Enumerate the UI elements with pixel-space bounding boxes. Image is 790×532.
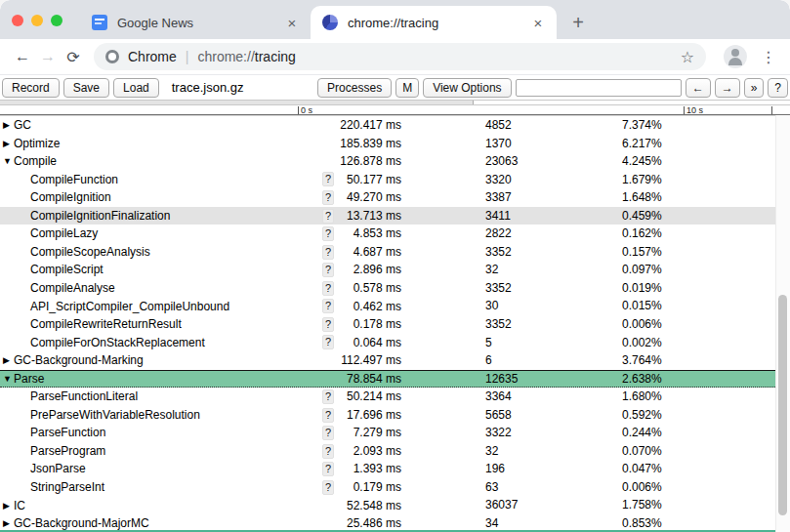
row-time: 50.214 ms [334, 388, 401, 405]
metadata-button[interactable]: M [395, 78, 419, 98]
question-badge-icon[interactable]: ? [322, 245, 334, 260]
search-input[interactable] [516, 79, 682, 97]
row-time: 52.548 ms [334, 497, 401, 514]
minimize-window-button[interactable] [31, 15, 43, 26]
row-percent: 7.374% [622, 116, 775, 135]
tab-close-icon[interactable]: × [529, 15, 547, 31]
table-row[interactable]: StringParseInt ? 0.179 ms 63 0.006% [0, 478, 775, 497]
load-button[interactable]: Load [113, 78, 159, 98]
forward-icon[interactable]: → [35, 48, 61, 65]
question-badge-icon[interactable]: ? [322, 172, 334, 186]
row-time: 49.270 ms [334, 188, 401, 206]
row-name: CompileRewriteReturnResult [30, 315, 182, 333]
table-row[interactable]: CompileIgnition ? 49.270 ms 3387 1.648% [0, 188, 775, 207]
trace-filename: trace.json.gz [172, 80, 244, 95]
row-name: GC-Background-Marking [14, 351, 144, 369]
table-row[interactable]: ▶ Optimize ? 185.839 ms 1370 6.217% [0, 135, 775, 153]
table-row[interactable]: CompileLazy ? 4.853 ms 2822 0.162% [0, 225, 775, 243]
table-row[interactable]: JsonParse ? 1.393 ms 196 0.047% [0, 460, 775, 478]
row-count: 3322 [401, 424, 622, 442]
save-button[interactable]: Save [63, 78, 109, 98]
tab-bar: Google News × chrome://tracing × + [0, 0, 790, 39]
question-badge-icon[interactable]: ? [322, 209, 334, 224]
expand-arrow-icon[interactable]: ▼ [3, 371, 14, 388]
more-button[interactable]: » [744, 78, 765, 98]
row-name-cell: CompileLazy [0, 225, 309, 243]
question-badge-icon[interactable]: ? [322, 408, 334, 423]
table-row[interactable]: ParseFunctionLiteral ? 50.214 ms 3364 1.… [0, 388, 775, 406]
row-count: 32 [401, 442, 622, 461]
row-name-cell: CompileScopeAnalysis [0, 243, 309, 262]
row-name-cell: PreParseWithVariableResolution [0, 406, 309, 425]
table-row[interactable]: CompileAnalyse ? 0.578 ms 3352 0.019% [0, 279, 775, 298]
row-count: 4852 [401, 116, 622, 135]
horizontal-scrollbar-thumb[interactable] [0, 101, 474, 104]
row-count: 196 [401, 460, 622, 478]
row-time: 220.417 ms [334, 116, 401, 134]
question-badge-icon[interactable]: ? [322, 389, 334, 404]
question-badge-icon[interactable]: ? [322, 426, 334, 440]
row-count: 3352 [401, 243, 622, 262]
tab-chrome-tracing[interactable]: chrome://tracing × [311, 6, 557, 39]
expand-arrow-icon[interactable]: ▶ [3, 497, 14, 514]
question-badge-icon[interactable]: ? [322, 226, 334, 241]
record-button[interactable]: Record [2, 78, 60, 98]
horizontal-scrollbar[interactable] [0, 100, 790, 105]
question-badge-icon[interactable]: ? [322, 317, 334, 332]
expand-arrow-icon[interactable]: ▶ [3, 351, 14, 369]
row-time: 0.064 ms [334, 334, 401, 351]
omnibox[interactable]: Chrome | chrome:// tracing ☆ [94, 43, 706, 70]
question-badge-icon[interactable]: ? [322, 444, 334, 459]
view-options-button[interactable]: View Options [423, 78, 511, 98]
row-name: CompileIgnitionFinalization [30, 207, 170, 225]
close-window-button[interactable] [12, 15, 23, 26]
profile-avatar[interactable] [724, 45, 747, 68]
table-row[interactable]: ▼ Parse ? 78.854 ms 12635 2.638% [0, 370, 775, 389]
table-row[interactable]: CompileFunction ? 50.177 ms 3320 1.679% [0, 171, 775, 189]
row-time-cell: ? 0.179 ms [309, 478, 401, 497]
find-previous-button[interactable]: ← [686, 78, 711, 98]
url-divider: | [186, 49, 189, 64]
browser-menu-icon[interactable]: ⋮ [757, 48, 780, 66]
question-badge-icon[interactable]: ? [322, 190, 334, 205]
question-badge-icon[interactable]: ? [322, 480, 334, 495]
timeline-ruler: 0 s 10 s [0, 100, 790, 115]
find-next-button[interactable]: → [715, 78, 740, 98]
table-row[interactable]: CompileScript ? 2.896 ms 32 0.097% [0, 261, 775, 279]
help-button[interactable]: ? [768, 78, 788, 98]
question-badge-icon[interactable]: ? [322, 335, 334, 349]
table-row[interactable]: CompileForOnStackReplacement ? 0.064 ms … [0, 334, 775, 352]
question-badge-icon[interactable]: ? [322, 263, 334, 277]
table-row[interactable]: ▶ GC ? 220.417 ms 4852 7.374% [0, 116, 775, 135]
table-row[interactable]: API_ScriptCompiler_CompileUnbound ? 0.46… [0, 297, 775, 315]
bookmark-star-icon[interactable]: ☆ [677, 48, 698, 66]
row-name-cell: ParseFunctionLiteral [0, 388, 309, 406]
table-row[interactable]: ▼ Compile ? 126.878 ms 23063 4.245% [0, 152, 775, 171]
question-badge-icon[interactable]: ? [322, 299, 334, 313]
row-count: 12635 [401, 371, 622, 388]
table-row[interactable]: PreParseWithVariableResolution ? 17.696 … [0, 406, 775, 425]
table-row[interactable]: ParseProgram ? 2.093 ms 32 0.070% [0, 442, 775, 461]
new-tab-button[interactable]: + [564, 9, 592, 36]
table-row[interactable]: CompileRewriteReturnResult ? 0.178 ms 33… [0, 315, 775, 334]
table-row[interactable]: ▶ IC ? 52.548 ms 36037 1.758% [0, 496, 775, 514]
tab-close-icon[interactable]: × [283, 15, 301, 31]
processes-button[interactable]: Processes [317, 78, 392, 98]
back-icon[interactable]: ← [10, 48, 35, 65]
table-row[interactable]: CompileScopeAnalysis ? 4.687 ms 3352 0.1… [0, 243, 775, 262]
vertical-scrollbar-thumb[interactable] [778, 295, 787, 515]
question-badge-icon[interactable]: ? [322, 281, 334, 296]
question-badge-icon[interactable]: ? [322, 462, 334, 476]
row-name-cell: ▼ Parse [0, 371, 309, 388]
table-row[interactable]: CompileIgnitionFinalization ? 13.713 ms … [0, 207, 775, 225]
table-row[interactable]: ParseFunction ? 7.279 ms 3322 0.244% [0, 424, 775, 442]
table-row[interactable]: ▶ GC-Background-Marking ? 112.497 ms 6 3… [0, 351, 775, 370]
expand-arrow-icon[interactable]: ▶ [3, 135, 14, 152]
fullscreen-window-button[interactable] [51, 15, 62, 26]
reload-icon[interactable]: ⟳ [61, 48, 86, 66]
row-time: 0.578 ms [334, 279, 401, 297]
vertical-scrollbar[interactable] [775, 115, 790, 532]
expand-arrow-icon[interactable]: ▼ [3, 152, 14, 170]
tab-google-news[interactable]: Google News × [80, 6, 311, 39]
expand-arrow-icon[interactable]: ▶ [3, 116, 14, 134]
